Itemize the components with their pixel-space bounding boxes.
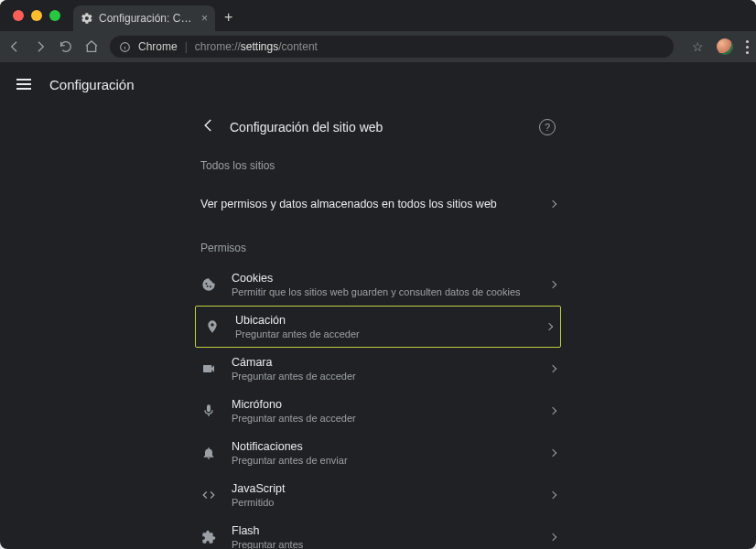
help-icon[interactable]: ? (539, 119, 556, 135)
chevron-right-icon (549, 491, 556, 499)
reload-button[interactable] (59, 39, 73, 54)
camera-icon (200, 361, 217, 376)
row-sub: Permitir que los sitios web guarden y co… (232, 286, 535, 297)
profile-avatar[interactable] (717, 38, 733, 55)
window-controls[interactable] (13, 10, 60, 21)
tab-strip: Configuración: Configuración d × + (0, 0, 756, 31)
row-camera[interactable]: CámaraPreguntar antes de acceder (195, 348, 561, 390)
url-scheme: Chrome (138, 40, 178, 53)
row-title: Notificaciones (232, 440, 535, 453)
url-path: settings (241, 40, 278, 53)
row-sub: Preguntar antes de acceder (232, 413, 535, 424)
forward-button[interactable] (33, 39, 48, 54)
close-tab-icon[interactable]: × (201, 12, 208, 25)
row-title: JavaScript (232, 482, 535, 495)
row-cookies[interactable]: CookiesPermitir que los sitios web guard… (195, 264, 561, 306)
puzzle-icon (200, 530, 217, 544)
tab-title: Configuración: Configuración d (99, 12, 196, 25)
chevron-right-icon (549, 365, 556, 372)
hamburger-menu-icon[interactable] (16, 79, 31, 90)
section-permissions-label: Permisos (195, 232, 561, 264)
row-sub: Preguntar antes de acceder (235, 328, 532, 339)
row-sub: Preguntar antes de acceder (232, 371, 535, 382)
row-notifications[interactable]: NotificacionesPreguntar antes de enviar (195, 432, 561, 474)
row-javascript[interactable]: JavaScriptPermitido (195, 474, 561, 516)
browser-tab[interactable]: Configuración: Configuración d × (73, 5, 215, 31)
overflow-menu-icon[interactable] (746, 40, 749, 54)
info-icon (119, 41, 131, 53)
code-icon (200, 488, 217, 502)
chevron-right-icon (549, 533, 556, 541)
row-view-all-sites[interactable]: Ver permisos y datos almacenados en todo… (195, 181, 561, 227)
row-sub: Preguntar antes (232, 539, 535, 549)
chevron-right-icon (545, 323, 553, 330)
section-all-sites-label: Todos los sitios (195, 150, 561, 181)
row-title: Cámara (232, 356, 535, 369)
row-microphone[interactable]: MicrófonoPreguntar antes de acceder (195, 390, 561, 432)
bell-icon (200, 446, 217, 460)
row-title: Cookies (232, 272, 535, 285)
row-title: Ver permisos y datos almacenados en todo… (200, 198, 535, 210)
microphone-icon (200, 404, 217, 418)
browser-window: Configuración: Configuración d × + Chrom… (0, 0, 756, 549)
location-pin-icon (204, 319, 221, 334)
settings-header: Configuración (0, 62, 756, 106)
row-location[interactable]: UbicaciónPreguntar antes de acceder (195, 306, 561, 348)
chevron-right-icon (549, 407, 556, 414)
chevron-right-icon (549, 281, 556, 288)
url-trail: /content (278, 40, 318, 53)
chevron-right-icon (549, 449, 556, 457)
cookie-icon (200, 277, 217, 292)
row-sub: Preguntar antes de enviar (232, 455, 535, 466)
row-title: Flash (232, 524, 535, 537)
back-button[interactable] (7, 39, 22, 54)
content-column: Buscar ajustes Configuración del sitio w… (195, 106, 561, 549)
new-tab-button[interactable]: + (224, 9, 232, 26)
close-window-button[interactable] (13, 10, 24, 21)
toolbar-right: ☆ (692, 38, 749, 55)
chevron-right-icon (549, 200, 556, 208)
minimize-window-button[interactable] (31, 10, 42, 21)
url-host: chrome:// (195, 40, 241, 53)
home-button[interactable] (84, 39, 99, 54)
address-bar[interactable]: Chrome | chrome://settings/content (110, 36, 674, 58)
row-flash[interactable]: FlashPreguntar antes (195, 516, 561, 549)
panel-header: Configuración del sitio web ? (195, 106, 561, 150)
settings-title: Configuración (49, 77, 135, 92)
panel-title: Configuración del sitio web (230, 120, 526, 135)
browser-toolbar: Chrome | chrome://settings/content ☆ (0, 31, 756, 62)
gear-icon (81, 12, 93, 25)
bookmark-star-icon[interactable]: ☆ (692, 39, 704, 54)
row-title: Micrófono (232, 398, 535, 411)
panel-back-button[interactable] (200, 117, 217, 137)
row-sub: Permitido (232, 497, 535, 508)
row-title: Ubicación (235, 314, 532, 327)
main-area: Buscar ajustes Configuración del sitio w… (0, 106, 756, 549)
maximize-window-button[interactable] (49, 10, 60, 21)
